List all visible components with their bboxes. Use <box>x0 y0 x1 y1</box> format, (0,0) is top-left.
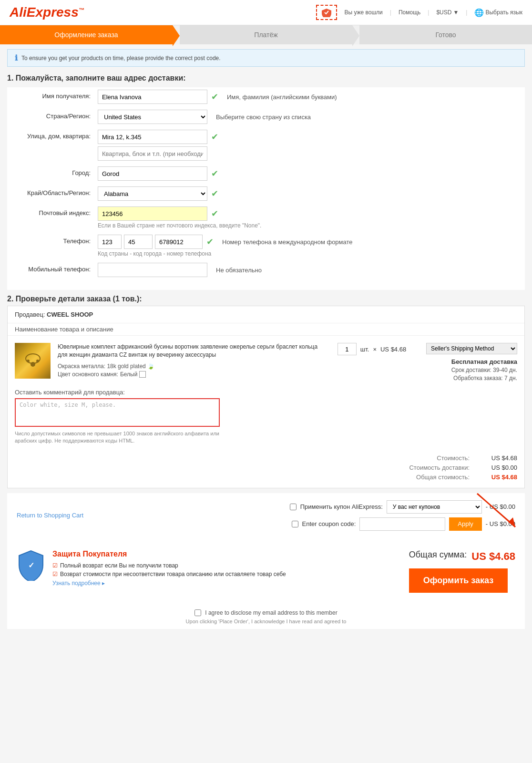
shipping-method-select[interactable]: Seller's Shipping Method AliExpress Stan… <box>426 343 517 354</box>
mobile-label: Мобильный телефон: <box>17 263 98 273</box>
verified-icon <box>321 8 332 17</box>
city-input[interactable] <box>98 166 207 181</box>
agree-text: I agree to disclose my email address to … <box>205 609 337 616</box>
currency-selector[interactable]: $USD ▼ <box>436 9 459 16</box>
street-input[interactable] <box>98 130 207 144</box>
language-selector[interactable]: 🌐 Выбрать язык <box>474 8 522 17</box>
cost-summary: Стоимость: US $4.68 Стоимость доставки: … <box>8 450 524 488</box>
phone-label: Телефон: <box>17 235 98 245</box>
jewelry-icon <box>21 349 45 373</box>
aliexpress-coupon-select[interactable]: У вас нет купонов <box>387 500 482 514</box>
city-controls: ✔ <box>98 166 218 181</box>
coupon-code-checkbox[interactable] <box>292 521 298 527</box>
total-value: US $4.68 <box>479 474 517 481</box>
product-image <box>15 343 51 379</box>
phone-city-input[interactable] <box>124 235 153 249</box>
info-bar: ℹ To ensure you get your products on tim… <box>7 49 525 67</box>
phone-inputs-group <box>98 235 203 249</box>
check1-icon: ☑ <box>52 562 58 569</box>
info-icon: ℹ <box>15 53 18 62</box>
agree-checkbox[interactable] <box>194 609 201 616</box>
coupon-code-discount: - US $0.00 <box>486 520 515 527</box>
phone-country-input[interactable] <box>98 235 122 249</box>
header-right: Вы уже вошли | Помощь | $USD ▼ | 🌐 Выбра… <box>316 5 522 20</box>
coupon-code-input[interactable] <box>359 517 445 531</box>
zip-input[interactable] <box>98 206 207 221</box>
divider1: | <box>390 9 391 16</box>
protection-item1: ☑ Полный возврат если Вы не получили тов… <box>52 562 286 569</box>
place-order-button[interactable]: Оформить заказ <box>409 568 508 593</box>
help-link[interactable]: Помощь <box>399 9 420 16</box>
currency-label: $USD <box>436 9 451 16</box>
seller-name: CWEEL SHOOP <box>47 311 93 318</box>
shipping-cost-value: US $0.00 <box>479 464 517 471</box>
leaf-icon: 🍃 <box>147 363 154 370</box>
recipient-label: Имя получателя: <box>17 90 98 100</box>
protection-section: ✓ Защита Покупателя ☑ Полный возврат есл… <box>17 550 286 587</box>
cart-link[interactable]: Return to Shopping Cart <box>17 512 83 519</box>
total-label: Общая стоимость: <box>398 474 470 481</box>
processing-time: Обработка заказа: 7 дн. <box>422 375 517 382</box>
learn-more-link[interactable]: Узнать подробнее ▸ <box>52 580 105 587</box>
aliexpress-coupon-row: Применить купон AliExpress: У вас нет ку… <box>290 500 515 514</box>
apply-button[interactable]: Apply <box>449 517 482 531</box>
order-total-label: Общая сумма: <box>409 550 467 560</box>
currency-chevron-icon: ▼ <box>453 9 459 16</box>
region-check-icon: ✔ <box>211 188 218 199</box>
region-controls: Alabama Alaska California ✔ <box>98 186 218 201</box>
country-controls: United States Russia Germany Выберите св… <box>98 110 311 124</box>
section1-title: 1. Пожалуйста, заполните ваш адрес доста… <box>7 74 525 82</box>
phone-controls: ✔ Номер телефона в международном формате… <box>98 235 353 257</box>
phone-number-input[interactable] <box>155 235 203 249</box>
comment-textarea[interactable]: Color white, size M, please. <box>15 398 220 427</box>
street-row: Улица, дом, квартира: ✔ <box>17 130 515 161</box>
product-stone-color: Цвет основного камня: Белый <box>58 371 322 378</box>
item-header: Наименование товара и описание <box>8 323 524 336</box>
product-title: Ювелирные комплект африканский бусины во… <box>58 343 322 359</box>
order-total-label-row: Общая сумма: US $4.68 <box>409 550 515 564</box>
recipient-input[interactable] <box>98 90 207 104</box>
recipient-controls: ✔ Имя, фамилия (английскими буквами) <box>98 90 337 104</box>
section2-title: 2. Проверьте детали заказа (1 тов.): <box>7 295 525 303</box>
protection-item2-text: Возврат стоимости при несоответствии тов… <box>60 571 286 577</box>
city-label: Город: <box>17 166 98 176</box>
city-row: Город: ✔ <box>17 166 515 181</box>
progress-bar: Оформление заказа Платёж Готово <box>0 25 532 44</box>
cost-row: Стоимость: US $4.68 <box>15 454 517 462</box>
recipient-hint: Имя, фамилия (английскими буквами) <box>227 93 337 101</box>
step-checkout: Оформление заказа <box>0 25 173 44</box>
mobile-input[interactable] <box>98 263 207 277</box>
cost-value: US $4.68 <box>479 454 517 462</box>
phone-sub-hint: Код страны - код города - номер телефона <box>98 250 353 257</box>
street-apt-input[interactable] <box>98 146 207 161</box>
recipient-check-icon: ✔ <box>211 92 218 102</box>
seller-header: Продавец: CWEEL SHOOP <box>8 306 524 323</box>
footer-area: Return to Shopping Cart Применить купон … <box>7 493 525 543</box>
coupon-area: Применить купон AliExpress: У вас нет ку… <box>290 500 515 531</box>
coupon-code-row: Enter coupon code: Apply - US $0.00 <box>292 517 515 531</box>
qty-input[interactable] <box>338 343 357 355</box>
color-swatch <box>139 371 146 378</box>
region-select[interactable]: Alabama Alaska California <box>98 186 207 201</box>
agree-row: I agree to disclose my email address to … <box>17 609 515 616</box>
phone-row: Телефон: ✔ Номер телефона в международно… <box>17 235 515 257</box>
shipping-cost-row: Стоимость доставки: US $0.00 <box>15 464 517 471</box>
shipping-method-row: Seller's Shipping Method AliExpress Stan… <box>422 343 517 354</box>
svg-point-1 <box>31 362 35 367</box>
zip-check-icon: ✔ <box>211 208 218 219</box>
step-done-label: Готово <box>435 31 456 39</box>
aliexpress-coupon-checkbox[interactable] <box>290 504 297 510</box>
country-label: Страна/Регион: <box>17 110 98 120</box>
protection-text: Защита Покупателя ☑ Полный возврат если … <box>52 550 286 587</box>
delivery-time: Срок доставки: 39-40 дн. <box>422 367 517 373</box>
country-select[interactable]: United States Russia Germany <box>98 110 207 124</box>
terms-text: Upon clicking 'Place Order', I acknowled… <box>17 619 515 624</box>
shipping-cost-label: Стоимость доставки: <box>398 464 470 471</box>
country-hint: Выберите свою страну из списка <box>216 113 311 121</box>
logo-text: AliExpress <box>10 5 79 20</box>
aliexpress-coupon-discount: - US $0.00 <box>486 503 515 510</box>
protection-title: Защита Покупателя <box>52 550 286 558</box>
phone-hint: Номер телефона в международном формате <box>222 238 353 246</box>
city-check-icon: ✔ <box>211 168 218 179</box>
qty-price-section: шт. × US $4.68 <box>329 343 415 360</box>
